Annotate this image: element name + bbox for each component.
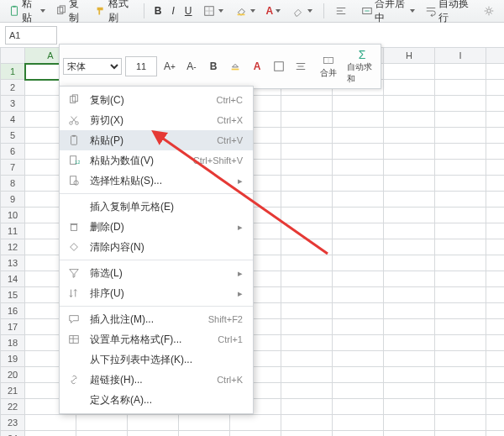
cell[interactable] [384,223,435,239]
row-header[interactable]: 22 [1,399,25,415]
fill-color-button[interactable] [226,57,244,76]
cell[interactable] [384,415,435,431]
select-all-corner[interactable] [1,48,25,64]
cell[interactable] [333,319,384,335]
cell[interactable] [384,335,435,351]
row-header[interactable]: 9 [1,192,25,207]
cell[interactable] [281,255,333,271]
cell[interactable] [333,223,384,239]
cell[interactable] [486,112,505,128]
cell[interactable] [435,176,486,192]
cell[interactable] [281,96,333,112]
cell[interactable] [435,239,486,255]
cell[interactable] [435,335,486,351]
row-header[interactable]: 23 [1,415,25,431]
cell[interactable] [435,207,486,223]
cell[interactable] [128,431,179,437]
column-header[interactable]: J [486,48,505,64]
cell[interactable] [435,64,486,80]
cell[interactable] [486,207,505,223]
cell[interactable] [281,319,333,335]
cell[interactable] [281,144,333,160]
cell[interactable] [384,64,435,80]
column-header[interactable]: I [435,48,486,64]
cell[interactable] [384,383,435,399]
increase-font-button[interactable]: A+ [160,57,179,76]
merge-center-button[interactable]: 合并居中 [358,0,418,27]
cell[interactable] [486,239,505,255]
row-header[interactable]: 6 [1,144,25,160]
cell[interactable] [281,367,333,383]
row-header[interactable]: 4 [1,112,25,128]
cell[interactable] [384,255,435,271]
cell[interactable] [435,383,486,399]
cell[interactable] [384,144,435,160]
cell[interactable] [333,255,384,271]
cell[interactable] [435,160,486,176]
row-header[interactable]: 12 [1,239,25,255]
cell[interactable] [281,239,333,255]
cell[interactable] [333,160,384,176]
decrease-font-button[interactable]: A- [182,57,201,76]
align-button[interactable] [331,3,351,19]
fill-color-button[interactable] [231,3,260,19]
cell[interactable] [333,351,384,367]
cell[interactable] [384,271,435,287]
cell[interactable] [281,112,333,128]
cell[interactable] [435,431,486,437]
cell[interactable] [384,319,435,335]
cell[interactable] [25,415,76,431]
cell[interactable] [281,351,333,367]
name-box[interactable]: A1 [5,26,57,45]
cell[interactable] [486,255,505,271]
cell[interactable] [486,160,505,176]
cell[interactable] [333,207,384,223]
paste-button[interactable]: 粘贴 [5,0,49,27]
cell[interactable] [333,128,384,144]
cell[interactable] [281,383,333,399]
cell[interactable] [486,192,505,207]
cell[interactable] [486,64,505,80]
cell[interactable] [486,176,505,192]
cell[interactable] [435,271,486,287]
ctx-copy[interactable]: 复制(C) Ctrl+C [60,90,253,110]
cell[interactable] [435,287,486,303]
cell[interactable] [486,415,505,431]
cell[interactable] [384,207,435,223]
cell[interactable] [281,287,333,303]
cell[interactable] [435,128,486,144]
cell[interactable] [486,223,505,239]
ctx-clear[interactable]: 清除内容(N) [60,237,253,257]
ctx-insert-copied[interactable]: 插入复制单元格(E) [60,197,253,217]
cell[interactable] [76,431,128,437]
ctx-sort[interactable]: 排序(U) ▸ [60,283,253,303]
borders-button[interactable] [199,3,228,19]
cell[interactable] [281,128,333,144]
ctx-paste[interactable]: 粘贴(P) Ctrl+V [60,130,253,150]
font-color-button[interactable]: A [248,57,266,76]
settings-button[interactable] [479,3,499,19]
cell[interactable] [384,96,435,112]
row-header[interactable]: 17 [1,319,25,335]
cell[interactable] [281,160,333,176]
ctx-insert-comment[interactable]: 插入批注(M)... Shift+F2 [60,309,253,329]
bold-button[interactable]: B [151,3,165,18]
cell[interactable] [76,415,128,431]
cell[interactable] [486,431,505,437]
font-size-input[interactable] [125,56,157,76]
cell[interactable] [435,80,486,96]
bold-button[interactable]: B [204,57,223,76]
cell[interactable] [333,271,384,287]
cell[interactable] [281,176,333,192]
ctx-paste-values[interactable]: 12 粘贴为数值(V) Ctrl+Shift+V [60,150,253,171]
cell[interactable] [333,399,384,415]
cell[interactable] [281,303,333,319]
cell[interactable] [384,80,435,96]
cell[interactable] [333,415,384,431]
cell[interactable] [435,415,486,431]
row-header[interactable]: 20 [1,367,25,383]
italic-button[interactable]: I [169,3,178,18]
cell[interactable] [333,367,384,383]
cell[interactable] [333,303,384,319]
cell[interactable] [230,431,281,437]
